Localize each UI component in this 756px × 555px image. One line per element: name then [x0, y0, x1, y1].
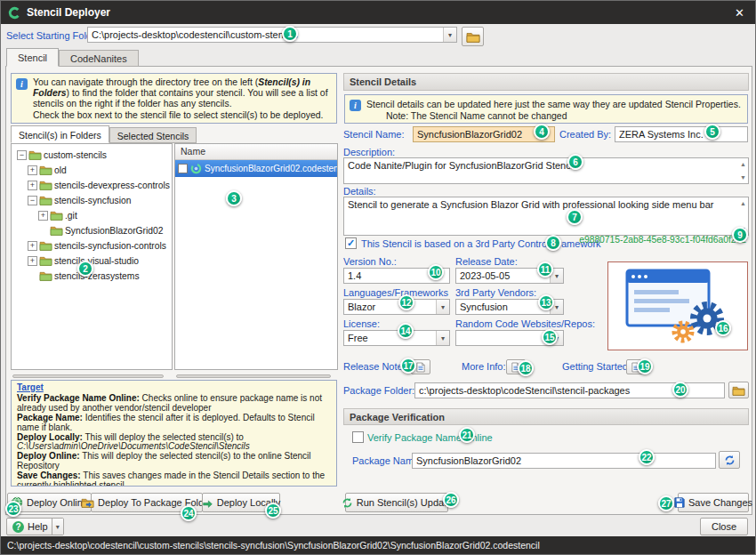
tree-item[interactable]: −stencils-syncfusion [15, 193, 172, 208]
help-split-button[interactable]: ? Help ▾ [6, 518, 64, 535]
selected-stencil-path: C:\projects-desktop\codestencil\custom-s… [7, 540, 540, 551]
navigation-info-text2: Check the box next to the stencil file t… [33, 110, 331, 121]
release-date-label: Release Date: [455, 256, 518, 267]
tab-selected-stencils[interactable]: Selected Stencils [109, 127, 197, 143]
collapse-icon[interactable]: − [17, 150, 27, 160]
target-entry: Deploy Online: This will deploy the sele… [17, 452, 331, 471]
details-note-line1: Stencil details can be updated here just… [366, 99, 742, 110]
tree-item[interactable]: +stencils-syncfusion-controls [15, 238, 172, 253]
third-party-checkbox[interactable]: ✓ [345, 237, 357, 249]
callout-badge-5: 5 [704, 124, 720, 140]
tab-stencils-in-folders[interactable]: Stencil(s) in Folders [11, 125, 109, 143]
tree-item[interactable]: −custom-stencils [15, 148, 172, 163]
tree-item-label: stencils-zerasystems [54, 271, 140, 281]
target-entries: Verify Package Name Online: Checks onlin… [17, 394, 331, 487]
folder-icon [39, 270, 52, 282]
tree-item[interactable]: +stencils-devexpress-controls [15, 178, 172, 193]
close-window-icon[interactable]: ✕ [731, 6, 748, 20]
tree-item-label: stencils-syncfusion [54, 196, 131, 205]
callout-badge-21: 21 [459, 427, 475, 443]
callout-badge-24: 24 [181, 505, 197, 521]
callout-badge-13: 13 [538, 294, 554, 310]
package-name-field[interactable]: SyncfusionBlazorGrid02 [412, 453, 716, 469]
chevron-down-icon[interactable]: ▾ [443, 28, 456, 42]
tree-item-label: stencils-devexpress-controls [54, 181, 170, 190]
getting-started-label: Getting Started: [562, 361, 631, 372]
stencil-checkbox[interactable] [178, 164, 188, 173]
callout-badge-6: 6 [567, 154, 583, 170]
chevron-down-icon[interactable]: ▾ [52, 519, 63, 535]
chevron-down-icon[interactable]: ▾ [436, 300, 449, 314]
description-field[interactable]: Code Nanite/Plugin for SyncfusionBlazorG… [343, 157, 749, 184]
tree-item[interactable]: +stencils-visual-studio [15, 253, 172, 269]
save-icon [674, 497, 685, 508]
tree-item[interactable]: stencils-zerasystems [15, 269, 172, 284]
scroll-up-icon[interactable]: ▲ [740, 200, 746, 206]
stencil-guid: e9880715-2ab8-45e8-93c1-f04fd6a0f292 [579, 235, 746, 245]
stencil-list-row[interactable]: SyncfusionBlazorGrid02.codestencil [175, 160, 337, 177]
stencil-list[interactable]: Name SyncfusionBlazorGrid02.codestencil [174, 143, 338, 370]
callout-badge-23: 23 [5, 501, 21, 517]
tree-item[interactable]: +.git [15, 208, 172, 223]
callout-badge-7: 7 [567, 209, 583, 225]
description-label: Description: [343, 147, 395, 157]
details-field[interactable]: Stencil to generate a Syncfusion Blazor … [343, 197, 749, 236]
info-icon: i [16, 78, 28, 90]
folder-tree[interactable]: −custom-stencils+old+stencils-devexpress… [11, 143, 173, 370]
stencil-file-icon [190, 163, 202, 174]
folder-arrow-icon [81, 497, 94, 508]
folder-icon [50, 210, 63, 221]
tree-item[interactable]: +old [15, 163, 172, 178]
expand-icon[interactable]: + [28, 241, 37, 251]
expand-icon[interactable]: + [28, 256, 37, 266]
callout-badge-10: 10 [428, 264, 444, 280]
list-column-header[interactable]: Name [175, 144, 337, 160]
expand-icon[interactable]: + [28, 165, 37, 175]
callout-badge-27: 27 [658, 495, 674, 511]
expand-icon[interactable]: + [28, 181, 37, 190]
close-button[interactable]: Close [700, 518, 748, 535]
navigation-info-box: i You can navigate through the directory… [11, 73, 337, 124]
tree-item-label: .git [65, 211, 77, 221]
collapse-icon[interactable]: − [28, 196, 37, 205]
save-changes-button[interactable]: Save Changes [678, 493, 749, 512]
help-label: Help [28, 521, 48, 532]
callout-badge-19: 19 [637, 358, 653, 374]
starting-folder-value: C:\projects-desktop\codestencil\custom-s… [88, 29, 443, 40]
list-horizontal-scrollbar[interactable] [176, 374, 331, 378]
expand-icon[interactable]: + [38, 211, 48, 221]
tree-horizontal-scrollbar[interactable] [12, 374, 164, 378]
target-entry: Deploy Locally: This will deploy the sel… [17, 433, 331, 453]
browse-package-folder-button[interactable] [728, 382, 749, 398]
callout-badge-2: 2 [77, 261, 93, 277]
starting-folder-combobox[interactable]: C:\projects-desktop\codestencil\custom-s… [87, 27, 457, 43]
callout-badge-14: 14 [398, 323, 414, 339]
pane-tabs: Stencil(s) in Folders Selected Stencils [11, 125, 197, 143]
stencil-file-name: SyncfusionBlazorGrid02.codestencil [205, 164, 338, 173]
verify-package-name-checkbox[interactable] [352, 431, 364, 443]
browse-starting-folder-button[interactable] [462, 27, 484, 46]
license-combobox[interactable]: Free ▾ [343, 330, 450, 346]
tree-item[interactable]: SyncfusionBlazorGrid02 [15, 223, 172, 238]
tab-stencil[interactable]: Stencil [6, 48, 59, 67]
created-by-field[interactable]: ZERA Systems Inc. [615, 126, 748, 142]
help-icon: ? [12, 521, 24, 533]
folder-icon [39, 165, 52, 176]
languages-combobox[interactable]: Blazor ▾ [343, 299, 450, 315]
callout-badge-20: 20 [672, 382, 688, 398]
window-title: Stencil Deployer [27, 6, 110, 19]
callout-badge-9: 9 [732, 227, 748, 243]
callout-badge-11: 11 [537, 261, 553, 278]
chevron-down-icon[interactable]: ▾ [436, 331, 449, 345]
scroll-down-icon[interactable]: ▼ [740, 174, 746, 181]
folder-icon [50, 225, 63, 237]
callout-badge-15: 15 [542, 329, 558, 345]
callout-badge-3: 3 [226, 190, 242, 206]
refresh-package-name-button[interactable] [719, 451, 740, 469]
languages-value: Blazor [344, 302, 436, 312]
save-changes-label: Save Changes [688, 497, 752, 508]
run-stencil-update-button[interactable]: Run Stencil(s) Update [345, 493, 448, 512]
navigation-info-text: You can navigate through the directory t… [33, 77, 331, 110]
tab-codenanites[interactable]: CodeNanites [59, 50, 139, 67]
scroll-up-icon[interactable]: ▲ [740, 161, 746, 167]
